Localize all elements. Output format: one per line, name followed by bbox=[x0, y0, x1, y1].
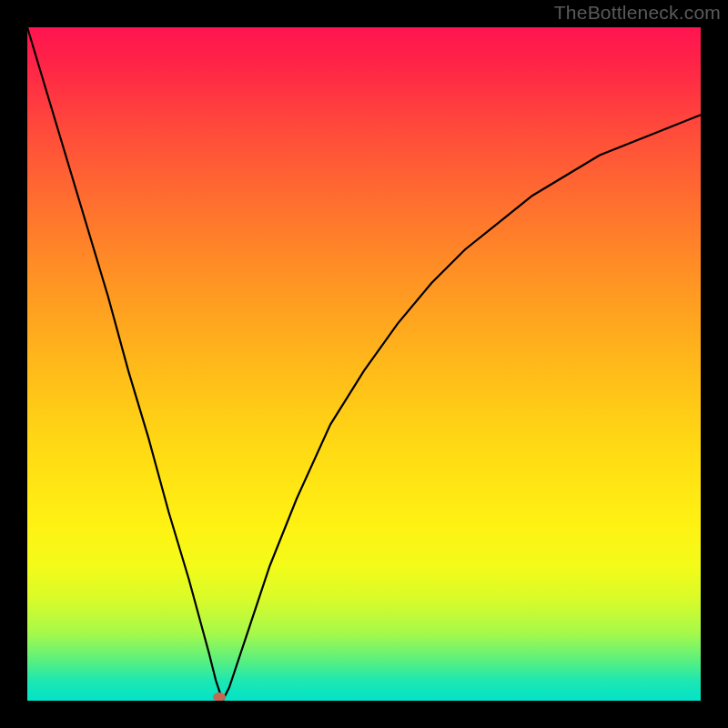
plot-area bbox=[27, 27, 701, 701]
chart-frame: TheBottleneck.com bbox=[0, 0, 728, 728]
watermark-text: TheBottleneck.com bbox=[554, 2, 721, 24]
optimum-marker bbox=[213, 693, 226, 701]
bottleneck-curve bbox=[27, 27, 701, 701]
curve-path bbox=[27, 27, 701, 701]
